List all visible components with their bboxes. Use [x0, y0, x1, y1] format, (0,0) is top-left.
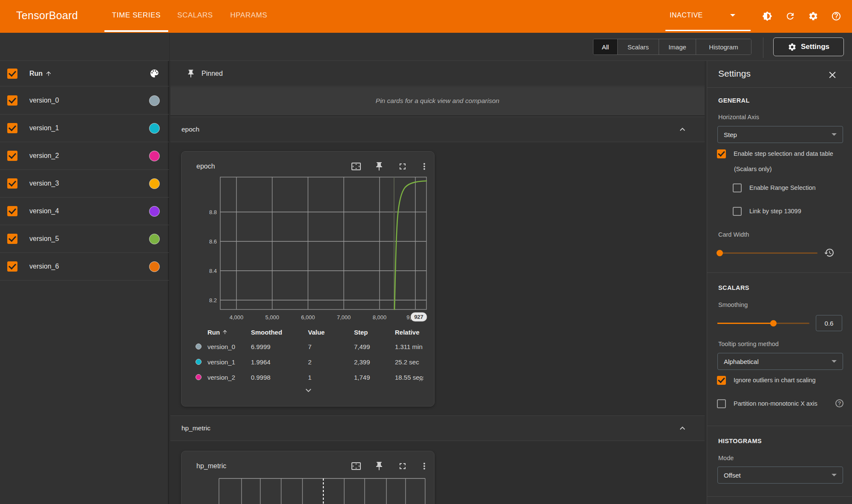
- select-all-runs-checkbox[interactable]: [7, 69, 17, 79]
- table-row[interactable]: version_0 6.9999 7 7,499 1.311 min: [196, 339, 426, 354]
- run-color-dot[interactable]: [149, 151, 160, 161]
- tab-time-series[interactable]: TIME SERIES: [102, 0, 170, 31]
- run-color-dot[interactable]: [149, 206, 160, 217]
- run-checkbox[interactable]: [7, 206, 17, 216]
- step-selection-badge[interactable]: 927: [411, 312, 427, 321]
- pinned-section-header[interactable]: Pinned: [170, 61, 705, 86]
- checkbox[interactable]: [733, 207, 742, 216]
- filter-histogram-button[interactable]: Histogram: [696, 39, 751, 54]
- enable-step-selection-checkbox[interactable]: Enable step selection and data table: [717, 149, 845, 158]
- col-smoothed-label[interactable]: Smoothed: [251, 329, 308, 336]
- sort-ascending-icon: [222, 329, 228, 335]
- slider-thumb[interactable]: [717, 250, 723, 256]
- run-checkbox[interactable]: [7, 151, 17, 161]
- chevron-down-icon: [730, 14, 735, 17]
- run-checkbox[interactable]: [7, 261, 17, 272]
- col-value-label[interactable]: Value: [308, 329, 354, 336]
- pin-icon[interactable]: [374, 461, 384, 471]
- card-width-slider[interactable]: [717, 252, 817, 254]
- run-row-version-5[interactable]: version_5: [0, 225, 169, 253]
- close-icon[interactable]: [827, 69, 838, 80]
- tab-hparams[interactable]: HPARAMS: [225, 0, 273, 31]
- section-epoch-label: epoch: [181, 126, 199, 133]
- gear-icon: [788, 43, 797, 52]
- run-row-version-4[interactable]: version_4: [0, 198, 169, 225]
- col-relative-label[interactable]: Relative: [395, 329, 426, 336]
- run-color-dot[interactable]: [149, 234, 160, 244]
- col-run[interactable]: Run: [207, 329, 251, 336]
- section-header-epoch[interactable]: epoch: [170, 117, 705, 142]
- table-row[interactable]: version_1 1.9964 2 2,399 25.2 sec: [196, 354, 426, 369]
- filter-image-button[interactable]: Image: [659, 39, 696, 54]
- horizontal-axis-label: Horizontal Axis: [718, 114, 759, 120]
- checkbox[interactable]: [717, 376, 726, 385]
- help-icon[interactable]: [831, 11, 841, 21]
- filter-scalars-button[interactable]: Scalars: [618, 39, 659, 54]
- partition-x-axis-checkbox[interactable]: Partition non-monotonic X axis: [717, 399, 840, 408]
- y-tick-label: 8.8: [209, 209, 217, 215]
- table-row[interactable]: version_2 0.9998 1 1,749 18.55 sec: [196, 369, 426, 385]
- resize-handle-icon[interactable]: [419, 376, 424, 381]
- run-row-version-6[interactable]: version_6: [0, 253, 169, 281]
- hp-metric-line-chart[interactable]: [192, 476, 431, 504]
- fit-to-domain-icon[interactable]: [351, 161, 361, 172]
- theme-toggle-icon[interactable]: [762, 11, 772, 21]
- run-checkbox[interactable]: [7, 178, 17, 189]
- x-tick-label: 4,000: [230, 314, 244, 321]
- section-header-hp-metric[interactable]: hp_metric: [170, 415, 705, 441]
- chevron-up-icon[interactable]: [677, 423, 688, 433]
- epoch-line-chart[interactable]: 8.8 8.6 8.4 8.2 4,000 5,000 6,000 7,000 …: [192, 174, 431, 323]
- reset-card-width-icon[interactable]: [824, 247, 835, 258]
- run-row-version-2[interactable]: version_2: [0, 142, 169, 170]
- expand-table-chevron-icon[interactable]: [303, 385, 314, 396]
- settings-button[interactable]: Settings: [773, 37, 844, 56]
- run-row-version-0[interactable]: version_0: [0, 87, 169, 115]
- run-color-dot[interactable]: [149, 261, 160, 272]
- checkbox[interactable]: [717, 149, 726, 158]
- tab-hparams-label: HPARAMS: [230, 11, 267, 20]
- palette-icon[interactable]: [149, 68, 160, 79]
- horizontal-axis-dropdown[interactable]: Step: [717, 126, 843, 143]
- run-checkbox[interactable]: [7, 234, 17, 244]
- refresh-icon[interactable]: [785, 11, 795, 21]
- tooltip-sorting-dropdown[interactable]: Alphabetical: [717, 353, 843, 370]
- checkbox[interactable]: [717, 399, 726, 408]
- run-status-dropdown[interactable]: INACTIVE: [656, 0, 751, 31]
- run-color-dot[interactable]: [149, 95, 160, 106]
- run-color-dot[interactable]: [149, 123, 160, 134]
- run-checkbox[interactable]: [7, 95, 17, 106]
- partition-x-axis-label: Partition non-monotonic X axis: [734, 399, 817, 408]
- main-content: Pinned Pin cards for a quick view and co…: [170, 61, 705, 504]
- link-by-step-checkbox[interactable]: Link by step 13099: [733, 207, 801, 216]
- slider-thumb[interactable]: [770, 320, 777, 326]
- more-options-icon[interactable]: [419, 461, 429, 471]
- enable-range-selection-checkbox[interactable]: Enable Range Selection: [733, 183, 816, 192]
- run-row-version-3[interactable]: version_3: [0, 170, 169, 198]
- tab-scalars[interactable]: SCALARS: [172, 0, 218, 31]
- tooltip-sorting-label: Tooltip sorting method: [718, 341, 779, 347]
- filter-all-button[interactable]: All: [593, 39, 618, 54]
- fit-to-domain-icon[interactable]: [351, 461, 361, 471]
- checkbox[interactable]: [733, 183, 742, 192]
- chevron-up-icon[interactable]: [677, 124, 688, 135]
- run-checkbox[interactable]: [7, 123, 17, 133]
- histogram-mode-dropdown[interactable]: Offset: [717, 467, 843, 484]
- sort-ascending-icon[interactable]: [45, 70, 52, 77]
- smoothing-value-input[interactable]: 0.6: [816, 315, 842, 331]
- settings-panel: Settings GENERAL Horizontal Axis Step En…: [707, 61, 852, 504]
- run-row-version-1[interactable]: version_1: [0, 115, 169, 142]
- more-options-icon[interactable]: [419, 161, 429, 172]
- fullscreen-icon[interactable]: [397, 461, 408, 471]
- scalars-only-note: (Scalars only): [734, 166, 772, 172]
- help-icon[interactable]: ?: [835, 399, 843, 407]
- pin-icon[interactable]: [374, 161, 384, 172]
- col-step-label[interactable]: Step: [354, 329, 395, 336]
- ignore-outliers-checkbox[interactable]: Ignore outliers in chart scaling: [717, 376, 816, 385]
- smoothing-slider[interactable]: [717, 323, 809, 324]
- run-color-dot[interactable]: [149, 178, 160, 189]
- fullscreen-icon[interactable]: [397, 161, 408, 172]
- cell-run: version_1: [207, 358, 251, 366]
- gear-icon[interactable]: [808, 11, 818, 21]
- filter-image-label: Image: [668, 43, 686, 51]
- card-width-label: Card Width: [718, 231, 749, 238]
